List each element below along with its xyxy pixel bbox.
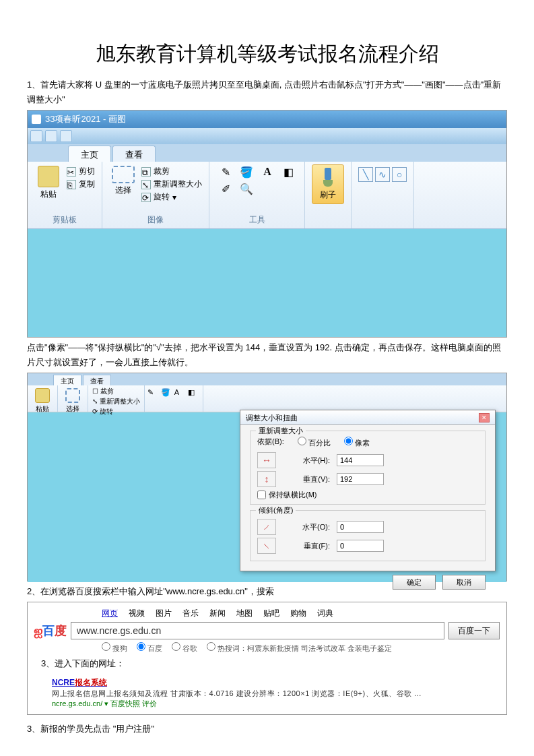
- fill-icon[interactable]: 🪣: [237, 164, 256, 179]
- tab-home[interactable]: 主页: [68, 146, 111, 162]
- copy-label: 复制: [79, 179, 95, 190]
- ribbon-tabs-small: 主页 查看: [28, 373, 506, 385]
- window-title-text: 33项春昕2021 - 画图: [45, 113, 126, 125]
- text-icon-small[interactable]: A: [174, 388, 187, 409]
- opt-baidu[interactable]: 百度: [137, 642, 162, 654]
- crop-icon: ⧉: [141, 167, 151, 177]
- select-button-small[interactable]: 选择: [62, 387, 84, 414]
- baidu-tab-web[interactable]: 网页: [102, 608, 118, 619]
- tab-home-small[interactable]: 主页: [53, 375, 81, 385]
- shape-oval-icon[interactable]: ○: [392, 167, 407, 182]
- qat-undo-icon[interactable]: [45, 130, 57, 142]
- radio-pixels[interactable]: 像素: [344, 437, 370, 448]
- v-swatch-icon: ↕: [257, 471, 276, 487]
- select-icon: [112, 166, 135, 183]
- fill-icon-small[interactable]: 🪣: [161, 388, 173, 409]
- resize-dialog: 调整大小和扭曲 ✕ 重新调整大小 依据(B): 百分比 像素 ↔ 水平(H): …: [240, 410, 496, 571]
- pencil-icon[interactable]: ✎: [216, 164, 235, 179]
- group-clipboard-label: 剪贴板: [34, 214, 95, 226]
- h-input[interactable]: [337, 454, 384, 466]
- baidu-tab-news[interactable]: 新闻: [209, 608, 226, 619]
- step-3a-text: 3、进入下面的网址：: [41, 656, 500, 671]
- copy-icon: ⎘: [67, 180, 76, 189]
- search-button[interactable]: 百度一下: [448, 622, 500, 639]
- search-input[interactable]: [71, 622, 444, 639]
- shape-line-icon[interactable]: ╲: [358, 167, 373, 182]
- rotate-icon: ⟳: [141, 193, 151, 202]
- cancel-button[interactable]: 取消: [442, 575, 486, 590]
- zoom-icon[interactable]: 🔍: [237, 181, 256, 196]
- quick-access-toolbar: [28, 128, 506, 144]
- baidu-tab-image[interactable]: 图片: [156, 608, 172, 619]
- resize-icon: ⤡: [141, 180, 151, 189]
- step-3-text: 3、新报的学员先点击 "用户注册": [27, 722, 507, 736]
- crop-label: 裁剪: [154, 166, 170, 177]
- baidu-tab-map[interactable]: 地图: [236, 608, 253, 619]
- step-1b-text: 点击"像素"——将"保持纵横比"的"√"去掉，把水平设置为 144，垂直设置为 …: [27, 340, 507, 370]
- step-1-text: 1、首先请大家将 U 盘里的一寸蓝底电子版照片拷贝至至电脑桌面, 点击照片右击鼠…: [27, 77, 507, 107]
- resize-label: 重新调整大小: [154, 179, 202, 190]
- select-button[interactable]: 选择: [109, 164, 137, 196]
- rotate-small[interactable]: ⟳ 旋转: [92, 407, 140, 416]
- window-titlebar: 33项春昕2021 - 画图: [28, 111, 506, 128]
- paste-button-small[interactable]: 粘贴: [32, 387, 53, 414]
- baidu-tab-music[interactable]: 音乐: [182, 608, 199, 619]
- dialog-title-text: 调整大小和扭曲: [246, 413, 298, 422]
- rotate-button[interactable]: ⟳旋转▾: [141, 191, 202, 203]
- v-label: 垂直(V):: [283, 474, 330, 484]
- skew-v-icon: ⟍: [257, 538, 276, 554]
- eraser-icon[interactable]: ◧: [279, 164, 298, 179]
- search-result[interactable]: NCRE报名系统 网上报名信息网上报名须知及流程 甘肃版本：4.0716 建设分…: [52, 676, 500, 710]
- brush-button[interactable]: 刷子: [312, 164, 344, 204]
- eraser-icon-small[interactable]: ◧: [188, 388, 200, 409]
- crop-button[interactable]: ⧉裁剪: [141, 166, 202, 177]
- baidu-tab-shop[interactable]: 购物: [290, 608, 306, 619]
- skew-h-icon: ⟋: [257, 519, 276, 535]
- h-swatch-icon: ↔: [257, 452, 276, 468]
- resize-section: 重新调整大小 依据(B): 百分比 像素 ↔ 水平(H): ↕ 垂直(V): 保…: [250, 431, 486, 505]
- picker-icon[interactable]: ✐: [216, 181, 235, 196]
- qat-save-icon[interactable]: [30, 130, 42, 142]
- group-image-label: 图像: [109, 214, 202, 226]
- copy-button[interactable]: ⎘复制: [67, 179, 95, 190]
- pencil-icon-small[interactable]: ✎: [147, 388, 160, 409]
- tab-view[interactable]: 查看: [112, 146, 156, 162]
- group-image: 选择 ⧉裁剪 ⤡重新调整大小 ⟳旋转▾ 图像: [102, 162, 209, 228]
- paint-screenshot-2: 主页 查看 粘贴 选择 ☐ 裁剪⤡ 重新调整大小⟳ 旋转 ✎🪣A◧ 调整大小和扭…: [27, 373, 507, 581]
- skew-v-input[interactable]: [337, 540, 384, 552]
- shape-curve-icon[interactable]: ∿: [375, 167, 390, 182]
- paint-canvas[interactable]: [28, 229, 506, 337]
- brush-label: 刷子: [320, 189, 336, 201]
- opt-hot[interactable]: 热搜词：柯震东新批疫情 司法考试改革 金装电子鉴定: [207, 642, 392, 654]
- baidu-tab-video[interactable]: 视频: [129, 608, 145, 619]
- document-title: 旭东教育计算机等级考试报名流程介绍: [27, 40, 507, 68]
- v-input[interactable]: [337, 473, 384, 485]
- opt-sogou[interactable]: 搜狗: [102, 642, 127, 654]
- close-icon[interactable]: ✕: [479, 413, 490, 422]
- text-icon[interactable]: A: [258, 164, 277, 179]
- clipboard-icon: [38, 166, 59, 187]
- baidu-tab-tieba[interactable]: 贴吧: [263, 608, 279, 619]
- resize-small[interactable]: ⤡ 重新调整大小: [92, 397, 140, 406]
- skew-h-label: 水平(O):: [283, 522, 330, 532]
- ok-button[interactable]: 确定: [393, 575, 436, 590]
- cut-label: 剪切: [79, 166, 95, 177]
- opt-google[interactable]: 谷歌: [172, 642, 197, 654]
- keep-ratio-checkbox[interactable]: 保持纵横比(M): [257, 490, 478, 500]
- select-icon-small: [65, 388, 80, 403]
- h-label: 水平(H):: [283, 455, 330, 466]
- tab-view-small[interactable]: 查看: [83, 375, 111, 385]
- crop-small[interactable]: ☐ 裁剪: [92, 387, 140, 396]
- group-shapes: ╲ ∿ ○: [352, 162, 414, 228]
- qat-redo-icon[interactable]: [60, 130, 72, 142]
- result-title[interactable]: NCRE报名系统: [52, 677, 500, 689]
- cut-button[interactable]: ✂剪切: [67, 166, 95, 177]
- result-snippet: 网上报名信息网上报名须知及流程 甘肃版本：4.0716 建设分辨率：1200×1…: [52, 689, 500, 699]
- baidu-tab-dict[interactable]: 词典: [317, 608, 333, 619]
- resize-button[interactable]: ⤡重新调整大小: [141, 179, 202, 190]
- group-tools: ✎ 🪣 A ◧ ✐ 🔍 工具: [209, 162, 305, 228]
- radio-percent[interactable]: 百分比: [298, 437, 331, 448]
- skew-h-input[interactable]: [337, 521, 384, 533]
- skew-section-title: 倾斜(角度): [256, 505, 296, 515]
- paste-button[interactable]: 粘贴: [34, 164, 63, 200]
